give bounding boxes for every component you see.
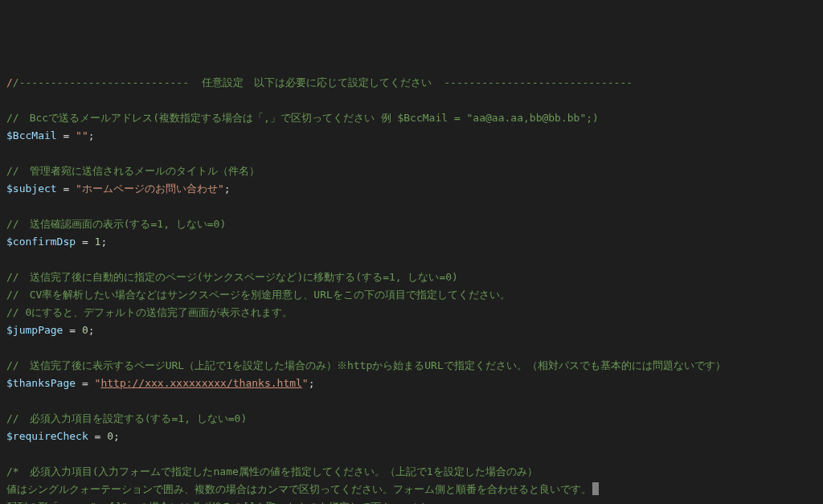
subject-var: $subject (6, 182, 57, 195)
require-check-val: 0 (107, 430, 113, 442)
require-check-comment: // 必須入力項目を設定する(する=1, しない=0) (6, 412, 247, 424)
require-comment-1: /* 必須入力項目(入力フォームで指定したname属性の値を指定してください。（… (6, 465, 538, 477)
semi6: ; (113, 430, 120, 442)
bcc-var: $BccMail (6, 129, 57, 141)
thanks-eq: = (76, 377, 94, 389)
bcc-val: "" (76, 129, 88, 141)
thanks-var: $thanksPage (6, 377, 76, 389)
confirm-comment: // 送信確認画面の表示(する=1, しない=0) (6, 218, 226, 230)
jump-val: 0 (82, 324, 88, 336)
bcc-eq: = (57, 129, 76, 141)
semi2: ; (224, 182, 231, 195)
require-check-var: $requireCheck (6, 430, 88, 442)
require-check-eq: = (88, 430, 107, 442)
semi4: ; (88, 324, 95, 336)
subject-val: "ホームページのお問い合わせ" (76, 182, 224, 195)
confirm-eq: = (76, 236, 94, 248)
require-comment-2: 値はシングルクォーテーションで囲み、複数の場合はカンマで区切ってください。フォー… (6, 483, 592, 495)
header-comment: /--------------------------- 任意設定 以下は必要に… (13, 76, 633, 88)
semi: ; (88, 129, 95, 141)
subject-comment: // 管理者宛に送信されるメールのタイトル（件名） (6, 165, 260, 177)
thanks-comment: // 送信完了後に表示するページURL（上記で1を設定した場合のみ）※httpか… (6, 359, 726, 371)
jump-var: $jumpPage (6, 324, 63, 336)
code-editor[interactable]: //--------------------------- 任意設定 以下は必要… (6, 74, 817, 504)
confirm-var: $confirmDsp (6, 236, 76, 248)
jump-comment-1: // 送信完了後に自動的に指定のページ(サンクスページなど)に移動する(する=1… (6, 271, 458, 283)
semi5: ; (309, 377, 315, 389)
jump-comment-2: // CV率を解析したい場合などはサンクスページを別途用意し、URLをこの下の項… (6, 289, 510, 301)
jump-comment-3: // 0にすると、デフォルトの送信完了画面が表示されます。 (6, 306, 293, 318)
bcc-comment: // Bccで送るメールアドレス(複数指定する場合は「,」で区切ってください 例… (6, 112, 599, 124)
jump-eq: = (63, 324, 81, 336)
thanks-quote2: " (302, 377, 309, 389)
subject-eq: = (57, 182, 76, 195)
semi3: ; (100, 236, 107, 248)
require-comment-3: 配列の形「name="○○[]"」の場合には必ず後ろの[]を取ったものを指定して… (6, 501, 424, 504)
thanks-url: http://xxx.xxxxxxxxx/thanks.html (100, 377, 301, 389)
slash: / (6, 76, 13, 88)
cursor (592, 482, 599, 495)
